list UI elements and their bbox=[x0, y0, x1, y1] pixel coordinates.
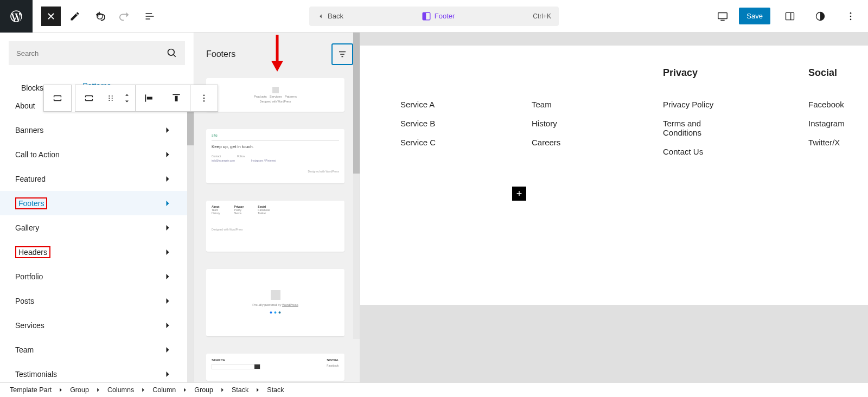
more-vertical-icon bbox=[845, 11, 856, 22]
list-view-icon bbox=[144, 11, 155, 22]
editor-canvas: Service AService BService C TeamHistoryC… bbox=[360, 33, 868, 382]
footer-link[interactable]: Service A bbox=[400, 100, 460, 109]
category-item-footers[interactable]: Footers bbox=[0, 191, 188, 215]
back-button[interactable]: Back bbox=[317, 12, 343, 20]
document-title[interactable]: Footer bbox=[350, 11, 526, 21]
search-placeholder: Search bbox=[16, 49, 39, 57]
footer-link[interactable]: Instagram bbox=[808, 119, 868, 128]
wordpress-logo-icon bbox=[9, 9, 23, 23]
pattern-preview[interactable]: SEARCH SOCIALFacebook bbox=[206, 354, 344, 381]
justify-button[interactable] bbox=[163, 85, 190, 111]
footer-column[interactable]: Service AService BService C bbox=[400, 67, 460, 156]
category-item-portfolio[interactable]: Portfolio bbox=[0, 264, 188, 289]
svg-rect-3 bbox=[786, 12, 794, 20]
footer-link[interactable]: Twitter/X bbox=[808, 138, 868, 147]
styles-button[interactable] bbox=[809, 5, 831, 27]
block-type-button[interactable] bbox=[44, 85, 71, 111]
pattern-preview[interactable]: Products Services Patterns Designed with… bbox=[206, 78, 344, 112]
document-bar[interactable]: Back Footer Ctrl+K bbox=[309, 7, 559, 26]
breadcrumb-item[interactable]: Group bbox=[70, 386, 89, 394]
add-block-button[interactable]: + bbox=[512, 187, 526, 201]
stack-icon bbox=[83, 92, 95, 104]
chevron-right-icon bbox=[94, 386, 102, 394]
svg-point-11 bbox=[108, 98, 110, 99]
canvas-content[interactable]: Service AService BService C TeamHistoryC… bbox=[360, 46, 868, 305]
breadcrumb-item[interactable]: Column bbox=[152, 386, 176, 394]
category-item-testimonials[interactable]: Testimonials bbox=[0, 362, 188, 382]
category-item-services[interactable]: Services bbox=[0, 313, 188, 337]
column-heading[interactable]: Social bbox=[808, 67, 868, 81]
pattern-panel-title: Footers bbox=[206, 49, 235, 59]
save-button[interactable]: Save bbox=[739, 8, 770, 24]
svg-rect-15 bbox=[147, 97, 152, 100]
filter-button[interactable] bbox=[331, 43, 353, 65]
align-top-icon bbox=[171, 93, 182, 104]
wordpress-logo[interactable] bbox=[0, 0, 33, 33]
column-heading[interactable]: Privacy bbox=[663, 67, 737, 81]
footer-link[interactable]: Terms and Conditions bbox=[663, 119, 737, 137]
scrollbar[interactable] bbox=[353, 33, 360, 339]
select-parent-button[interactable] bbox=[75, 85, 103, 111]
category-item-banners[interactable]: Banners bbox=[0, 118, 188, 142]
category-item-featured[interactable]: Featured bbox=[0, 167, 188, 191]
category-item-call-to-action[interactable]: Call to Action bbox=[0, 142, 188, 167]
svg-point-9 bbox=[108, 95, 110, 97]
footer-link[interactable]: Service C bbox=[400, 138, 460, 147]
block-toolbar bbox=[43, 85, 218, 112]
svg-point-13 bbox=[108, 100, 110, 101]
category-item-team[interactable]: Team bbox=[0, 337, 188, 362]
stack-icon bbox=[52, 92, 63, 104]
pattern-preview[interactable]: site Keep up, get in touch. ContactFollo… bbox=[206, 129, 344, 183]
pattern-preview[interactable]: Proudly powered by WordPress ● ● ● bbox=[206, 269, 344, 336]
svg-point-8 bbox=[168, 49, 175, 56]
chevron-right-icon bbox=[219, 386, 226, 394]
category-item-headers[interactable]: Headers bbox=[0, 240, 188, 264]
more-options-button[interactable] bbox=[840, 5, 861, 27]
footer-column[interactable]: PrivacyPrivacy PolicyTerms and Condition… bbox=[663, 67, 737, 156]
redo-button[interactable] bbox=[114, 5, 136, 27]
footer-link[interactable]: Facebook bbox=[808, 100, 868, 109]
search-input[interactable]: Search bbox=[9, 41, 185, 65]
drag-handle[interactable] bbox=[103, 85, 119, 111]
footer-link[interactable]: Privacy Policy bbox=[663, 100, 737, 109]
top-toolbar: Back Footer Ctrl+K Save bbox=[0, 0, 868, 33]
footer-column[interactable]: TeamHistoryCareers bbox=[532, 67, 591, 156]
breadcrumb-item[interactable]: Template Part bbox=[10, 386, 52, 394]
shortcut-hint: Ctrl+K bbox=[533, 12, 551, 20]
footer-column[interactable]: SocialFacebookInstagramTwitter/X bbox=[808, 67, 868, 156]
category-item-gallery[interactable]: Gallery bbox=[0, 215, 188, 240]
svg-rect-1 bbox=[423, 12, 426, 20]
close-button[interactable] bbox=[41, 7, 61, 26]
breadcrumb-item[interactable]: Group bbox=[194, 386, 213, 394]
footer-link[interactable]: History bbox=[532, 119, 591, 128]
svg-point-14 bbox=[112, 100, 113, 101]
footer-link[interactable]: Service B bbox=[400, 119, 460, 128]
chevron-right-icon bbox=[57, 386, 65, 394]
undo-button[interactable] bbox=[89, 5, 111, 27]
breadcrumb-item[interactable]: Stack bbox=[232, 386, 248, 394]
move-buttons[interactable] bbox=[119, 85, 135, 111]
redo-icon bbox=[119, 10, 131, 22]
view-button[interactable] bbox=[712, 5, 733, 27]
footer-link[interactable]: Careers bbox=[532, 138, 591, 147]
chevron-left-icon bbox=[317, 12, 324, 20]
chevron-down-icon bbox=[124, 98, 130, 105]
align-button[interactable] bbox=[136, 85, 163, 111]
column-heading[interactable] bbox=[532, 67, 591, 81]
template-part-icon bbox=[422, 11, 431, 21]
tools-button[interactable] bbox=[64, 5, 86, 27]
desktop-icon bbox=[717, 10, 729, 22]
list-view-button[interactable] bbox=[139, 5, 161, 27]
footer-link[interactable]: Team bbox=[532, 100, 591, 109]
footer-link[interactable]: Contact Us bbox=[663, 147, 737, 156]
pattern-preview[interactable]: AboutTeamHistory PrivacyPolicyTerms Soci… bbox=[206, 201, 344, 252]
scrollbar[interactable] bbox=[187, 99, 194, 382]
settings-panel-toggle[interactable] bbox=[779, 5, 801, 27]
column-heading[interactable] bbox=[400, 67, 460, 81]
breadcrumb-item[interactable]: Columns bbox=[107, 386, 134, 394]
category-item-posts[interactable]: Posts bbox=[0, 289, 188, 313]
block-more-options[interactable] bbox=[190, 85, 218, 111]
svg-rect-16 bbox=[175, 96, 178, 101]
pencil-icon bbox=[69, 11, 80, 22]
breadcrumb-item[interactable]: Stack bbox=[267, 386, 284, 394]
